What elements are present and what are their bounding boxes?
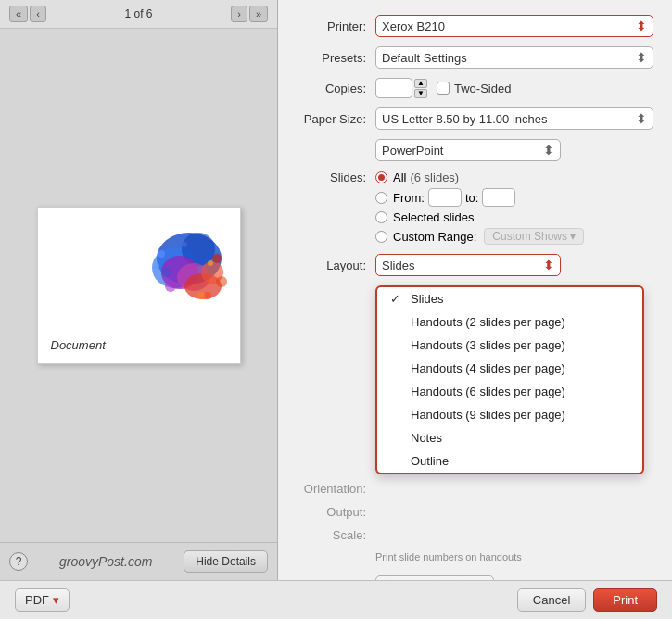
paper-size-select[interactable]: US Letter 8.50 by 11.00 inches ⬍ (375, 107, 653, 130)
svg-point-10 (182, 242, 187, 247)
output-label: Output: (297, 505, 375, 519)
dropdown-item[interactable]: Notes (377, 426, 642, 449)
powerpoint-chevron-icon: ⬍ (543, 143, 554, 158)
printer-select[interactable]: Xerox B210 ⬍ (375, 15, 653, 37)
nav-forward-end-button[interactable]: » (249, 6, 268, 22)
dropdown-item[interactable]: Handouts (4 slides per page) (377, 357, 642, 380)
slides-from-row: From: 4 to: 9 (297, 188, 653, 207)
slides-all-count: (6 slides) (410, 171, 459, 184)
svg-point-9 (165, 281, 176, 292)
layout-select[interactable]: Slides ⬍ (375, 254, 561, 276)
layout-label: Layout: (297, 259, 375, 272)
pdf-dropdown-icon: ▾ (53, 593, 59, 607)
scale-label: Scale: (297, 528, 375, 542)
pdf-button[interactable]: PDF ▾ (15, 588, 70, 612)
svg-point-16 (197, 292, 205, 299)
layout-dropdown-menu: ✓SlidesHandouts (2 slides per page)Hando… (375, 285, 644, 474)
paper-size-label: Paper Size: (297, 112, 375, 126)
layout-chevron-icon: ⬍ (543, 258, 554, 272)
nav-forward-button[interactable]: › (231, 6, 247, 22)
custom-shows-chevron-icon: ▾ (570, 230, 576, 243)
print-note: Print slide numbers on handouts (375, 551, 653, 562)
dropdown-item[interactable]: Handouts (9 slides per page) (377, 403, 642, 426)
preview-area: Document (0, 29, 277, 542)
orientation-label: Orientation: (297, 482, 375, 496)
from-label: From: (393, 191, 425, 205)
slides-all-text: All (393, 171, 406, 184)
slides-custom-row: Custom Range: Custom Shows ▾ (297, 228, 653, 245)
nav-arrows: « ‹ (9, 6, 46, 22)
dropdown-item[interactable]: Handouts (6 slides per page) (377, 380, 642, 403)
svg-point-14 (154, 263, 159, 269)
svg-point-13 (216, 276, 227, 287)
two-sided-option: Two-Sided (437, 82, 511, 95)
copies-row: Copies: 1 ▲ ▼ Two-Sided (297, 78, 653, 98)
copies-increment-button[interactable]: ▲ (414, 79, 427, 88)
action-bar: PDF ▾ Cancel Print (0, 580, 672, 619)
presets-select[interactable]: Default Settings ⬍ (375, 46, 653, 69)
slides-section: Slides: All (6 slides) From: 4 to: 9 Sel… (297, 171, 653, 245)
printer-chevron-icon: ⬍ (636, 19, 647, 33)
copies-stepper: ▲ ▼ (414, 79, 427, 98)
printer-row: Printer: Xerox B210 ⬍ (297, 15, 653, 37)
nav-back-start-button[interactable]: « (9, 6, 28, 22)
left-bottom-bar: ? groovyPost.com Hide Details (0, 542, 277, 580)
slides-selected-row: Selected slides (297, 210, 653, 224)
hide-details-button[interactable]: Hide Details (184, 550, 268, 573)
presets-label: Presets: (297, 51, 375, 65)
layout-row: Layout: Slides ⬍ (297, 254, 653, 276)
two-sided-checkbox[interactable] (437, 82, 450, 95)
slides-custom-text: Custom Range: (393, 230, 476, 244)
svg-point-12 (161, 268, 171, 277)
dropdown-item[interactable]: Handouts (2 slides per page) (377, 310, 642, 334)
svg-point-11 (204, 292, 211, 299)
slide-preview: Document (37, 207, 241, 364)
powerpoint-select[interactable]: PowerPoint ⬍ (375, 139, 561, 161)
from-input[interactable]: 4 (428, 188, 462, 207)
svg-point-8 (212, 254, 222, 263)
splash-graphic (120, 221, 231, 323)
presets-chevron-icon: ⬍ (636, 50, 647, 65)
action-right: Cancel Print (517, 588, 657, 612)
slides-selected-radio[interactable] (375, 211, 387, 223)
left-panel: « ‹ 1 of 6 › » (0, 0, 278, 580)
scale-row: Scale: (297, 528, 653, 542)
cancel-button[interactable]: Cancel (517, 588, 586, 612)
right-panel: Printer: Xerox B210 ⬍ Presets: Default S… (278, 0, 672, 580)
orientation-row: Orientation: (297, 482, 653, 496)
checkmark-icon: ✓ (390, 292, 403, 306)
custom-shows-button[interactable]: Custom Shows ▾ (484, 228, 584, 245)
svg-point-15 (208, 260, 213, 266)
copies-label: Copies: (297, 82, 375, 95)
dropdown-item[interactable]: Outline (377, 449, 642, 473)
paper-size-chevron-icon: ⬍ (636, 111, 647, 126)
output-row: Output: (297, 505, 653, 519)
paper-size-row: Paper Size: US Letter 8.50 by 11.00 inch… (297, 107, 653, 130)
dropdown-item[interactable]: Handouts (3 slides per page) (377, 334, 642, 357)
to-label: to: (465, 191, 478, 205)
to-input[interactable]: 9 (482, 188, 515, 207)
powerpoint-row: PowerPoint ⬍ (297, 139, 653, 161)
nav-back-button[interactable]: ‹ (30, 6, 46, 22)
slides-all-row: Slides: All (6 slides) (297, 171, 653, 184)
header-footer-area: Header/Footer... (297, 568, 653, 580)
slides-custom-radio[interactable] (375, 231, 387, 243)
slides-from-radio[interactable] (375, 192, 387, 204)
dropdown-item[interactable]: ✓Slides (377, 287, 642, 310)
slides-selected-text: Selected slides (393, 210, 474, 224)
slides-label: Slides: (297, 171, 375, 184)
groovy-watermark: groovyPost.com (59, 554, 152, 569)
copies-input[interactable]: 1 (375, 78, 412, 98)
slide-label: Document (51, 338, 106, 352)
svg-point-7 (158, 250, 165, 258)
copies-decrement-button[interactable]: ▼ (414, 89, 427, 98)
presets-row: Presets: Default Settings ⬍ (297, 46, 653, 69)
slides-all-radio[interactable] (375, 171, 387, 183)
nav-forward: › » (231, 6, 268, 22)
print-button[interactable]: Print (593, 588, 657, 612)
help-button[interactable]: ? (9, 552, 28, 571)
nav-bar: « ‹ 1 of 6 › » (0, 0, 277, 29)
printer-label: Printer: (297, 19, 375, 33)
layout-dropdown-container: ✓SlidesHandouts (2 slides per page)Hando… (375, 285, 653, 474)
page-indicator: 1 of 6 (124, 7, 152, 20)
